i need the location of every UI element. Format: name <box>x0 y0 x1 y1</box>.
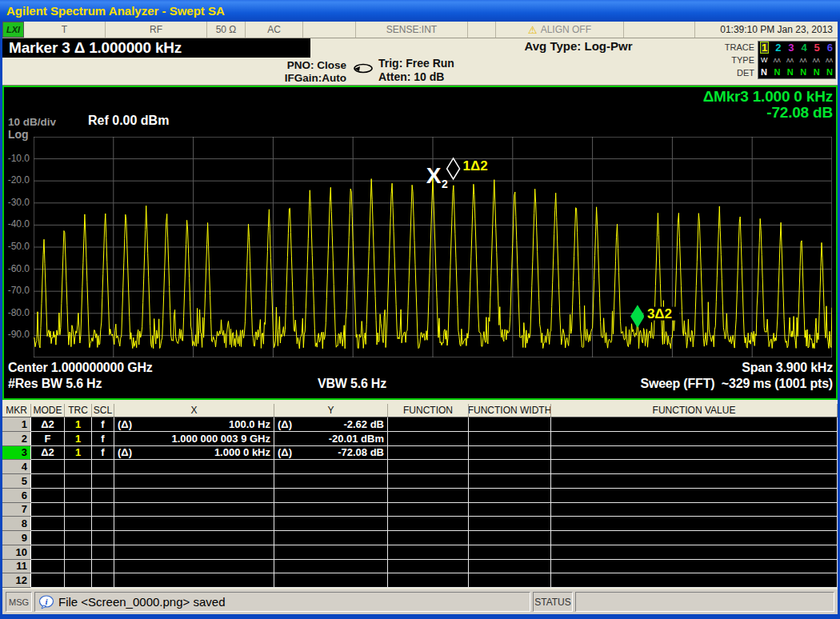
marker-row-1-function <box>388 417 469 432</box>
res-bw-annotation: #Res BW 5.6 Hz <box>8 377 102 391</box>
pno-annotation: PNO: Close <box>265 59 346 72</box>
coupling-cell: AC <box>246 22 303 38</box>
marker-row-1-x: (Δ)100.0 Hz <box>114 417 274 432</box>
mkr-table-header-scl: SCL <box>92 404 114 417</box>
continuous-sweep-icon <box>352 62 374 74</box>
instrument-status-strip: LXI T RF 50 Ω AC SENSE:INT ⚠ ALIGN OFF 0… <box>2 22 838 38</box>
marker-row-1-trace: 1 <box>65 417 92 432</box>
y-axis-label: -80.0 <box>2 307 30 318</box>
delta-marker-readout-freq: ΔMkr3 1.000 0 kHz <box>703 88 833 106</box>
span-annotation: Span 3.900 kHz <box>742 361 833 375</box>
marker-table: MKRMODETRCSCLXYFUNCTIONFUNCTION WIDTHFUN… <box>2 404 838 588</box>
center-freq-annotation: Center 1.000000000 GHz <box>8 361 153 375</box>
marker-row-6-function-value <box>551 489 838 503</box>
marker-3-symbol[interactable] <box>631 306 644 327</box>
trace-2-selector[interactable]: 2 <box>775 42 781 53</box>
marker-row-2-mode: F <box>31 432 65 446</box>
marker-row-9-trace <box>65 531 92 545</box>
marker-row-9-function <box>388 531 469 545</box>
y-axis-labels: -10.0-20.0-30.0-40.0-50.0-60.0-70.0-80.0… <box>4 87 31 398</box>
marker-row-5-function <box>388 474 469 489</box>
mkr-table-header-function: FUNCTION <box>388 404 469 417</box>
status-area <box>575 592 834 612</box>
y-axis-label: -20.0 <box>2 174 30 186</box>
trace-legend-box: 123456 Wʌʌʌʌʌʌʌʌʌʌ NNNNNN <box>758 41 836 79</box>
trigger-annotation: Trig: Free Run Atten: 10 dB <box>378 57 454 84</box>
marker-1-symbol[interactable] <box>447 158 460 179</box>
marker-row-3-number[interactable]: 3 <box>2 446 31 461</box>
lxi-badge: LXI <box>2 22 24 38</box>
trace-6-selector[interactable]: 6 <box>827 42 833 53</box>
sense-cell: SENSE:INT <box>356 22 468 38</box>
marker-row-2-function <box>388 432 469 446</box>
trace-3-selector[interactable]: 3 <box>788 42 794 53</box>
marker-row-5-scale <box>92 474 114 489</box>
marker-row-4-mode <box>31 460 65 474</box>
spectrum-display-inner: ΔMkr3 1.000 0 kHz -72.08 dB 10 dB/div Re… <box>4 87 836 398</box>
marker-row-12-function <box>388 573 469 588</box>
trace-4-selector[interactable]: 4 <box>801 42 806 53</box>
marker-row-10-mode <box>31 545 65 560</box>
ifgain-annotation: IFGain:Auto <box>265 72 346 85</box>
marker-row-11-y <box>274 560 388 574</box>
marker-row-3-mode: Δ2 <box>31 446 65 461</box>
marker-row-7-number[interactable]: 7 <box>2 503 31 517</box>
det-label: DET <box>725 66 754 79</box>
marker-row-1-number[interactable]: 1 <box>2 417 31 432</box>
marker-row-3-function-width <box>469 446 551 461</box>
marker-row-11-scale <box>92 560 114 574</box>
marker-row-12-function-width <box>469 573 551 588</box>
marker-row-12-scale <box>92 573 114 588</box>
mkr-table-header-x: X <box>114 404 274 417</box>
marker-row-4-y <box>274 460 388 474</box>
marker-row-2-number[interactable]: 2 <box>2 432 31 446</box>
marker-2-symbol[interactable]: X <box>426 163 442 188</box>
marker-row-10-scale <box>92 545 114 560</box>
marker-row-12-number[interactable]: 12 <box>2 573 31 588</box>
marker-row-10-x <box>114 545 274 560</box>
trace-2-type-icon: ʌʌ <box>774 56 781 64</box>
marker-row-6-trace <box>65 489 92 503</box>
trace-5-selector[interactable]: 5 <box>814 42 820 53</box>
impedance-cell: 50 Ω <box>207 22 246 38</box>
marker-row-5-x <box>114 474 274 489</box>
marker-row-7-x <box>114 503 274 517</box>
y-axis-label: -60.0 <box>2 263 30 274</box>
marker-row-4-number[interactable]: 4 <box>2 460 31 474</box>
blank-status-cell <box>468 22 496 38</box>
pno-ifgain-annotation: PNO: Close IFGain:Auto <box>265 59 346 85</box>
trace-detectors-row: NNNNNN <box>758 66 835 78</box>
marker-row-12-function-value <box>551 573 838 588</box>
marker-row-4-trace <box>65 460 92 474</box>
trace-types-row: Wʌʌʌʌʌʌʌʌʌʌ <box>758 54 835 66</box>
marker-row-8-function-value <box>551 517 838 531</box>
trace-5-detector: N <box>814 67 820 77</box>
marker-row-7-y <box>274 503 388 517</box>
marker-1-label: 1Δ2 <box>463 158 488 174</box>
trace-label: TRACE <box>725 41 754 54</box>
marker-row-7-function-value <box>551 503 838 517</box>
mkr-table-header-function-value: FUNCTION VALUE <box>551 404 838 417</box>
info-icon: i <box>38 595 54 609</box>
blank-status-cell <box>624 22 695 38</box>
marker-row-8-y <box>274 517 388 531</box>
trace-3-detector: N <box>787 67 794 77</box>
marker-row-6-mode <box>31 489 65 503</box>
trace-numbers-row: 123456 <box>758 42 835 54</box>
trace-1-selector[interactable]: 1 <box>761 42 768 53</box>
trace-legend-labels: TRACE TYPE DET <box>725 41 754 79</box>
marker-row-8-number[interactable]: 8 <box>2 517 31 531</box>
marker-row-3-x: (Δ)1.000 0 kHz <box>114 446 274 461</box>
marker-row-9-number[interactable]: 9 <box>2 531 31 545</box>
marker-row-1-function-width <box>469 417 551 432</box>
marker-row-11-number[interactable]: 11 <box>2 560 31 574</box>
marker-row-4-function <box>388 460 469 474</box>
marker-row-5-number[interactable]: 5 <box>2 474 31 489</box>
active-function-readout: Marker 3 Δ 1.000000 kHz <box>2 38 310 58</box>
marker-row-7-function <box>388 503 469 517</box>
y-axis-label: -10.0 <box>2 153 30 164</box>
y-axis-label: -90.0 <box>2 329 30 340</box>
spectrum-analyzer-window: Agilent Spectrum Analyzer - Swept SA LXI… <box>0 0 840 619</box>
marker-row-10-number[interactable]: 10 <box>2 545 31 560</box>
marker-row-6-number[interactable]: 6 <box>2 489 31 503</box>
